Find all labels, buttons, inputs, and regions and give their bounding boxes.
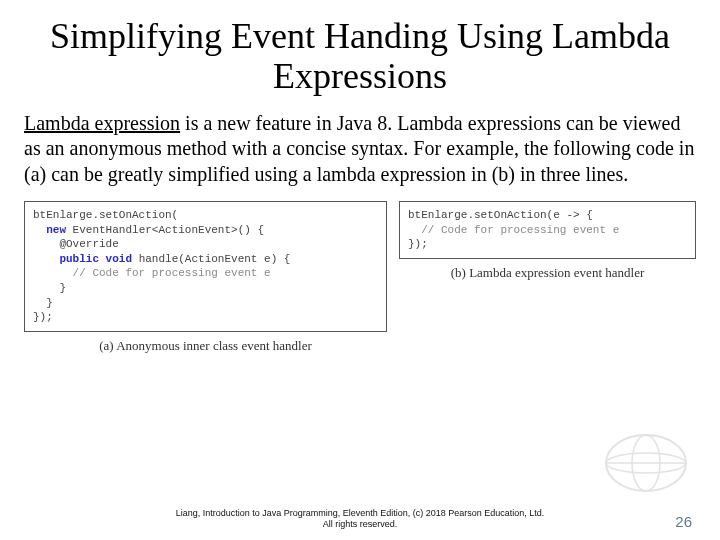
code-a-comment: // Code for processing event e: [73, 267, 271, 279]
caption-b: (b) Lambda expression event handler: [399, 265, 696, 281]
watermark-logo: [586, 428, 706, 498]
code-row: btEnlarge.setOnAction( new EventHandler<…: [24, 201, 696, 353]
code-b-line3: });: [408, 238, 428, 250]
slide-title: Simplifying Event Handing Using Lambda E…: [24, 16, 696, 97]
svg-point-2: [632, 435, 660, 491]
globe-icon: [586, 428, 706, 498]
code-a-line7: }: [46, 297, 53, 309]
code-b-comment: // Code for processing event e: [421, 224, 619, 236]
code-a-line6: }: [59, 282, 66, 294]
code-b-line1: btEnlarge.setOnAction(e -> {: [408, 209, 593, 221]
code-a-line4-rest: handle(ActionEvent e) {: [132, 253, 290, 265]
code-a-line3: @Override: [59, 238, 118, 250]
code-a-line2-rest: EventHandler<ActionEvent>() {: [66, 224, 264, 236]
footer: Liang, Introduction to Java Programming,…: [0, 508, 720, 531]
body-lead: Lambda expression: [24, 112, 180, 134]
body-paragraph: Lambda expression is a new feature in Ja…: [24, 111, 696, 188]
code-a-line8: });: [33, 311, 53, 323]
code-a-line1: btEnlarge.setOnAction(: [33, 209, 178, 221]
slide: Simplifying Event Handing Using Lambda E…: [0, 0, 720, 540]
code-a-kw-publicvoid: public void: [59, 253, 132, 265]
code-box-b: btEnlarge.setOnAction(e -> { // Code for…: [399, 201, 696, 259]
code-column-a: btEnlarge.setOnAction( new EventHandler<…: [24, 201, 387, 353]
code-box-a: btEnlarge.setOnAction( new EventHandler<…: [24, 201, 387, 331]
footer-line2: All rights reserved.: [323, 519, 398, 529]
code-a-kw-new: new: [46, 224, 66, 236]
svg-point-1: [606, 453, 686, 473]
svg-point-0: [606, 435, 686, 491]
code-column-b: btEnlarge.setOnAction(e -> { // Code for…: [399, 201, 696, 281]
page-number: 26: [675, 513, 692, 530]
footer-line1: Liang, Introduction to Java Programming,…: [176, 508, 545, 518]
footer-text: Liang, Introduction to Java Programming,…: [176, 508, 545, 531]
caption-a: (a) Anonymous inner class event handler: [24, 338, 387, 354]
